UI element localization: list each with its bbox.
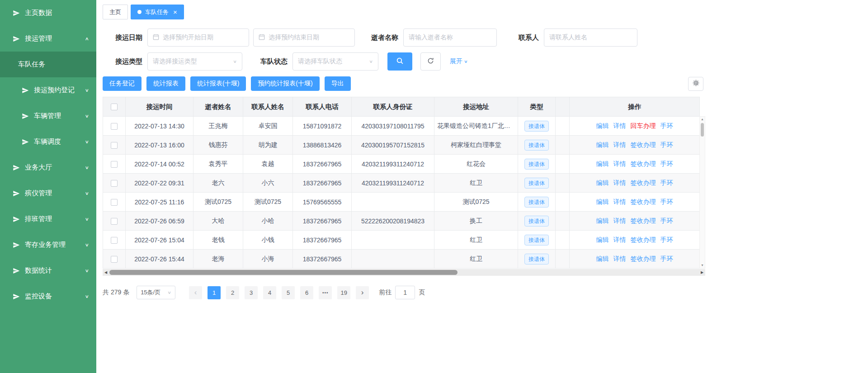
action-link[interactable]: 编辑	[596, 122, 609, 129]
action-link[interactable]: 手环	[660, 236, 673, 243]
page-button[interactable]: 1	[208, 286, 221, 299]
sidebar-item[interactable]: 寄存业务管理∨	[0, 232, 96, 258]
action-link[interactable]: 编辑	[596, 255, 609, 262]
page-button[interactable]: 6	[300, 286, 313, 299]
sidebar-item[interactable]: 数据统计∨	[0, 258, 96, 283]
checkbox-cell	[103, 117, 126, 136]
action-link[interactable]: 签收办理	[631, 198, 656, 205]
row-checkbox[interactable]	[111, 237, 118, 244]
action-link[interactable]: 手环	[660, 179, 673, 186]
sidebar-item[interactable]: 排班管理∨	[0, 206, 96, 232]
action-link[interactable]: 签收办理	[631, 217, 656, 224]
expand-toggle[interactable]: 展开 ∨	[450, 57, 468, 66]
action-link[interactable]: 手环	[660, 255, 673, 262]
action-link[interactable]: 签收办理	[631, 179, 656, 186]
scroll-up-arrow-icon[interactable]: ▲	[700, 117, 705, 122]
page-button[interactable]: 4	[263, 286, 276, 299]
toolbar-button[interactable]: 统计报表(十堰)	[190, 76, 246, 91]
action-link[interactable]: 手环	[660, 160, 673, 167]
refresh-button[interactable]	[420, 52, 441, 71]
action-link[interactable]: 编辑	[596, 236, 609, 243]
action-link[interactable]: 编辑	[596, 141, 609, 148]
close-tab-icon[interactable]: ×	[173, 9, 177, 15]
row-checkbox[interactable]	[111, 180, 118, 187]
fleet-status-select[interactable]: 请选择车队状态 ∨	[292, 52, 378, 71]
toolbar-button[interactable]: 任务登记	[103, 76, 142, 91]
row-checkbox[interactable]	[111, 123, 118, 130]
more-pages-button[interactable]: •••	[319, 286, 332, 299]
type-badge: 接遗体	[524, 235, 549, 246]
action-link[interactable]: 签收办理	[631, 160, 656, 167]
row-checkbox[interactable]	[111, 142, 118, 149]
select-all-checkbox[interactable]	[111, 104, 118, 110]
vertical-scrollbar-thumb[interactable]	[701, 123, 704, 137]
search-button[interactable]	[387, 52, 412, 71]
page-button[interactable]: 3	[245, 286, 258, 299]
sidebar-item[interactable]: 监控设备∨	[0, 283, 96, 309]
action-link[interactable]: 签收办理	[631, 255, 656, 262]
scroll-right-arrow-icon[interactable]: ▶	[699, 269, 705, 276]
sidebar-item[interactable]: 车辆调度∨	[0, 129, 96, 155]
action-link[interactable]: 详情	[613, 141, 626, 148]
row-checkbox[interactable]	[111, 256, 118, 263]
action-link[interactable]: 详情	[613, 217, 626, 224]
action-link[interactable]: 详情	[613, 236, 626, 243]
page-button[interactable]: 19	[337, 286, 350, 299]
sidebar-item[interactable]: 主页数据	[0, 0, 96, 26]
scroll-left-arrow-icon[interactable]: ◀	[103, 269, 109, 276]
horizontal-scrollbar-thumb[interactable]	[109, 270, 458, 275]
next-page-button[interactable]: ›	[356, 286, 369, 299]
pickup-date-label: 接运日期	[103, 33, 147, 42]
action-link[interactable]: 手环	[660, 141, 673, 148]
toolbar-button[interactable]: 导出	[325, 76, 351, 91]
goto-page-input[interactable]	[395, 286, 415, 299]
sidebar-item[interactable]: 接运预约登记∨	[0, 77, 96, 103]
toolbar-button[interactable]: 预约统计报表(十堰)	[251, 76, 319, 91]
page-button[interactable]: 2	[226, 286, 239, 299]
action-link[interactable]: 签收办理	[631, 141, 656, 148]
action-link[interactable]: 手环	[660, 122, 673, 129]
cell-contact-phone: 18372667965	[293, 155, 352, 174]
vertical-scrollbar[interactable]: ▲ ▼	[699, 116, 705, 269]
page-button[interactable]: 5	[282, 286, 295, 299]
cell-pickup-address: 测试0725	[434, 193, 518, 212]
deceased-name-input[interactable]: 请输入逝者名称	[403, 28, 497, 47]
horizontal-scrollbar[interactable]: ◀ ▶	[103, 269, 705, 276]
action-link[interactable]: 手环	[660, 198, 673, 205]
action-link[interactable]: 详情	[613, 122, 626, 129]
action-link[interactable]: 签收办理	[631, 236, 656, 243]
action-link[interactable]: 编辑	[596, 160, 609, 167]
action-link[interactable]: 编辑	[596, 179, 609, 186]
table-body: 2022-07-13 14:30王兆梅卓安国158710918724203031…	[103, 117, 700, 269]
date-end-input[interactable]: 选择预约结束日期	[253, 28, 355, 47]
cell-deceased-name: 大哈	[193, 212, 243, 231]
row-checkbox[interactable]	[111, 218, 118, 225]
sidebar-item[interactable]: 业务大厅∨	[0, 155, 96, 180]
contact-input[interactable]: 请联系人姓名	[544, 28, 637, 47]
action-link[interactable]: 详情	[613, 198, 626, 205]
action-link[interactable]: 回车办理	[631, 122, 656, 129]
toolbar-button[interactable]: 统计报表	[146, 76, 185, 91]
row-checkbox[interactable]	[111, 199, 118, 206]
cell-time: 2022-07-14 00:52	[126, 155, 193, 174]
sidebar-item[interactable]: 车队任务	[0, 52, 96, 77]
scroll-down-arrow-icon[interactable]: ▼	[700, 263, 705, 268]
action-link[interactable]: 编辑	[596, 217, 609, 224]
sidebar-item[interactable]: 接运管理∧	[0, 26, 96, 52]
action-link[interactable]: 详情	[613, 179, 626, 186]
date-start-input[interactable]: 选择预约开始日期	[147, 28, 249, 47]
sidebar-item[interactable]: 殡仪管理∨	[0, 180, 96, 206]
action-link[interactable]: 详情	[613, 255, 626, 262]
pickup-type-select[interactable]: 请选择接运类型 ∨	[147, 52, 242, 71]
tab-fleet-task[interactable]: 车队任务 ×	[131, 5, 184, 19]
sidebar-item[interactable]: 车辆管理∨	[0, 103, 96, 129]
row-checkbox[interactable]	[111, 161, 118, 168]
action-link[interactable]: 手环	[660, 217, 673, 224]
action-link[interactable]: 编辑	[596, 198, 609, 205]
prev-page-button[interactable]: ‹	[189, 286, 202, 299]
action-link[interactable]: 详情	[613, 160, 626, 167]
tab-home[interactable]: 主页	[103, 5, 128, 19]
actions-cell: 编辑详情签收办理手环	[570, 136, 700, 155]
settings-button[interactable]	[688, 77, 703, 91]
page-size-select[interactable]: 15条/页 ∨	[137, 286, 175, 299]
